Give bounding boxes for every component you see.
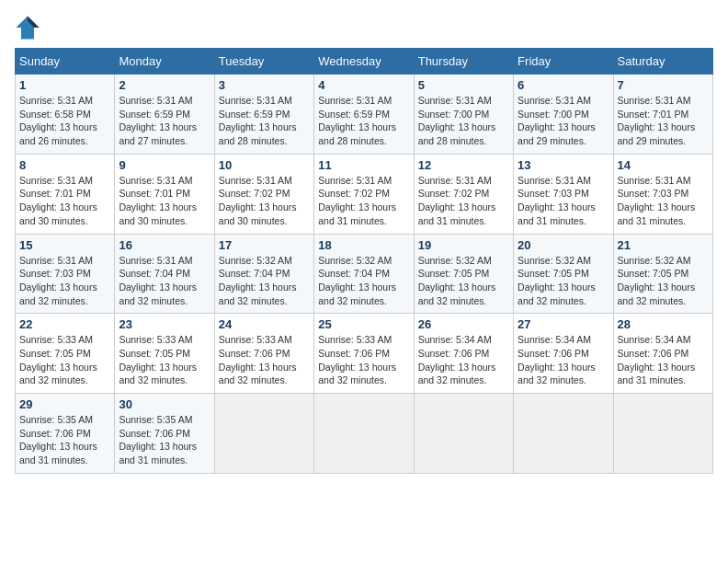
day-number: 16 (119, 238, 210, 252)
day-detail: Sunrise: 5:31 AM Sunset: 7:03 PM Dayligh… (19, 254, 110, 308)
day-detail: Sunrise: 5:32 AM Sunset: 7:05 PM Dayligh… (518, 254, 609, 308)
calendar-cell: 29Sunrise: 5:35 AM Sunset: 7:06 PM Dayli… (16, 394, 115, 474)
day-number: 13 (518, 158, 609, 172)
calendar-cell: 12Sunrise: 5:31 AM Sunset: 7:02 PM Dayli… (414, 154, 513, 234)
day-detail: Sunrise: 5:31 AM Sunset: 7:03 PM Dayligh… (518, 174, 609, 228)
day-number: 11 (318, 158, 409, 172)
logo-icon (15, 15, 40, 40)
calendar-cell: 24Sunrise: 5:33 AM Sunset: 7:06 PM Dayli… (214, 314, 313, 394)
day-number: 2 (119, 78, 210, 92)
day-number: 9 (119, 158, 210, 172)
day-number: 26 (418, 317, 509, 331)
calendar-cell: 17Sunrise: 5:32 AM Sunset: 7:04 PM Dayli… (214, 234, 313, 314)
day-detail: Sunrise: 5:31 AM Sunset: 6:59 PM Dayligh… (219, 94, 310, 148)
calendar-cell: 22Sunrise: 5:33 AM Sunset: 7:05 PM Dayli… (16, 314, 115, 394)
calendar-cell: 20Sunrise: 5:32 AM Sunset: 7:05 PM Dayli… (514, 234, 613, 314)
day-detail: Sunrise: 5:33 AM Sunset: 7:06 PM Dayligh… (219, 333, 310, 387)
day-detail: Sunrise: 5:31 AM Sunset: 7:02 PM Dayligh… (219, 174, 310, 228)
calendar-cell: 1Sunrise: 5:31 AM Sunset: 6:58 PM Daylig… (16, 75, 115, 155)
day-number: 23 (119, 317, 210, 331)
calendar-cell: 13Sunrise: 5:31 AM Sunset: 7:03 PM Dayli… (514, 154, 613, 234)
calendar-cell: 16Sunrise: 5:31 AM Sunset: 7:04 PM Dayli… (115, 234, 214, 314)
day-number: 8 (19, 158, 110, 172)
day-detail: Sunrise: 5:32 AM Sunset: 7:04 PM Dayligh… (219, 254, 310, 308)
calendar-cell: 4Sunrise: 5:31 AM Sunset: 6:59 PM Daylig… (314, 75, 414, 155)
day-detail: Sunrise: 5:33 AM Sunset: 7:05 PM Dayligh… (19, 333, 110, 387)
calendar-cell (314, 394, 414, 474)
calendar-cell: 25Sunrise: 5:33 AM Sunset: 7:06 PM Dayli… (314, 314, 414, 394)
calendar-cell: 7Sunrise: 5:31 AM Sunset: 7:01 PM Daylig… (613, 75, 712, 155)
calendar-cell: 14Sunrise: 5:31 AM Sunset: 7:03 PM Dayli… (613, 154, 712, 234)
day-detail: Sunrise: 5:31 AM Sunset: 7:01 PM Dayligh… (618, 94, 709, 148)
day-detail: Sunrise: 5:31 AM Sunset: 7:01 PM Dayligh… (19, 174, 110, 228)
day-detail: Sunrise: 5:32 AM Sunset: 7:05 PM Dayligh… (418, 254, 509, 308)
day-detail: Sunrise: 5:31 AM Sunset: 7:04 PM Dayligh… (119, 254, 210, 308)
calendar-cell: 23Sunrise: 5:33 AM Sunset: 7:05 PM Dayli… (115, 314, 214, 394)
day-detail: Sunrise: 5:31 AM Sunset: 6:59 PM Dayligh… (119, 94, 210, 148)
day-detail: Sunrise: 5:31 AM Sunset: 6:59 PM Dayligh… (318, 94, 409, 148)
header (15, 15, 713, 40)
calendar-cell: 15Sunrise: 5:31 AM Sunset: 7:03 PM Dayli… (16, 234, 115, 314)
day-number: 5 (418, 78, 509, 92)
day-number: 17 (219, 238, 310, 252)
day-number: 18 (318, 238, 409, 252)
week-row-1: 1Sunrise: 5:31 AM Sunset: 6:58 PM Daylig… (16, 75, 713, 155)
day-detail: Sunrise: 5:31 AM Sunset: 7:00 PM Dayligh… (418, 94, 509, 148)
day-number: 20 (518, 238, 609, 252)
day-number: 6 (518, 78, 609, 92)
day-number: 14 (618, 158, 709, 172)
day-detail: Sunrise: 5:31 AM Sunset: 7:01 PM Dayligh… (119, 174, 210, 228)
day-number: 7 (618, 78, 709, 92)
weekday-monday: Monday (115, 49, 214, 75)
weekday-tuesday: Tuesday (214, 49, 313, 75)
calendar-cell: 21Sunrise: 5:32 AM Sunset: 7:05 PM Dayli… (613, 234, 712, 314)
calendar-cell: 5Sunrise: 5:31 AM Sunset: 7:00 PM Daylig… (414, 75, 513, 155)
calendar-cell: 30Sunrise: 5:35 AM Sunset: 7:06 PM Dayli… (115, 394, 214, 474)
day-number: 15 (19, 238, 110, 252)
calendar-table: SundayMondayTuesdayWednesdayThursdayFrid… (15, 48, 713, 474)
day-number: 21 (618, 238, 709, 252)
day-detail: Sunrise: 5:32 AM Sunset: 7:04 PM Dayligh… (318, 254, 409, 308)
day-number: 3 (219, 78, 310, 92)
calendar-cell: 2Sunrise: 5:31 AM Sunset: 6:59 PM Daylig… (115, 75, 214, 155)
day-detail: Sunrise: 5:34 AM Sunset: 7:06 PM Dayligh… (618, 333, 709, 387)
day-detail: Sunrise: 5:33 AM Sunset: 7:06 PM Dayligh… (318, 333, 409, 387)
calendar-cell: 26Sunrise: 5:34 AM Sunset: 7:06 PM Dayli… (414, 314, 513, 394)
day-number: 10 (219, 158, 310, 172)
day-number: 4 (318, 78, 409, 92)
week-row-2: 8Sunrise: 5:31 AM Sunset: 7:01 PM Daylig… (16, 154, 713, 234)
calendar-cell (514, 394, 613, 474)
calendar-cell: 3Sunrise: 5:31 AM Sunset: 6:59 PM Daylig… (214, 75, 313, 155)
day-number: 1 (19, 78, 110, 92)
calendar-cell: 28Sunrise: 5:34 AM Sunset: 7:06 PM Dayli… (613, 314, 712, 394)
calendar-cell: 8Sunrise: 5:31 AM Sunset: 7:01 PM Daylig… (16, 154, 115, 234)
calendar-cell: 19Sunrise: 5:32 AM Sunset: 7:05 PM Dayli… (414, 234, 513, 314)
day-detail: Sunrise: 5:31 AM Sunset: 7:03 PM Dayligh… (618, 174, 709, 228)
day-number: 24 (219, 317, 310, 331)
weekday-header: SundayMondayTuesdayWednesdayThursdayFrid… (16, 49, 713, 75)
day-detail: Sunrise: 5:31 AM Sunset: 7:02 PM Dayligh… (418, 174, 509, 228)
logo (15, 15, 44, 40)
week-row-3: 15Sunrise: 5:31 AM Sunset: 7:03 PM Dayli… (16, 234, 713, 314)
calendar-cell (613, 394, 712, 474)
day-detail: Sunrise: 5:31 AM Sunset: 7:00 PM Dayligh… (518, 94, 609, 148)
day-detail: Sunrise: 5:34 AM Sunset: 7:06 PM Dayligh… (418, 333, 509, 387)
weekday-sunday: Sunday (16, 49, 115, 75)
day-detail: Sunrise: 5:33 AM Sunset: 7:05 PM Dayligh… (119, 333, 210, 387)
calendar-cell: 11Sunrise: 5:31 AM Sunset: 7:02 PM Dayli… (314, 154, 414, 234)
day-detail: Sunrise: 5:35 AM Sunset: 7:06 PM Dayligh… (119, 413, 210, 467)
calendar-cell: 27Sunrise: 5:34 AM Sunset: 7:06 PM Dayli… (514, 314, 613, 394)
day-detail: Sunrise: 5:32 AM Sunset: 7:05 PM Dayligh… (618, 254, 709, 308)
day-detail: Sunrise: 5:31 AM Sunset: 7:02 PM Dayligh… (318, 174, 409, 228)
day-detail: Sunrise: 5:34 AM Sunset: 7:06 PM Dayligh… (518, 333, 609, 387)
calendar-cell: 9Sunrise: 5:31 AM Sunset: 7:01 PM Daylig… (115, 154, 214, 234)
weekday-thursday: Thursday (414, 49, 513, 75)
week-row-5: 29Sunrise: 5:35 AM Sunset: 7:06 PM Dayli… (16, 394, 713, 474)
calendar-cell: 10Sunrise: 5:31 AM Sunset: 7:02 PM Dayli… (214, 154, 313, 234)
weekday-saturday: Saturday (613, 49, 712, 75)
week-row-4: 22Sunrise: 5:33 AM Sunset: 7:05 PM Dayli… (16, 314, 713, 394)
calendar-cell (414, 394, 513, 474)
day-detail: Sunrise: 5:31 AM Sunset: 6:58 PM Dayligh… (19, 94, 110, 148)
day-number: 22 (19, 317, 110, 331)
day-number: 12 (418, 158, 509, 172)
